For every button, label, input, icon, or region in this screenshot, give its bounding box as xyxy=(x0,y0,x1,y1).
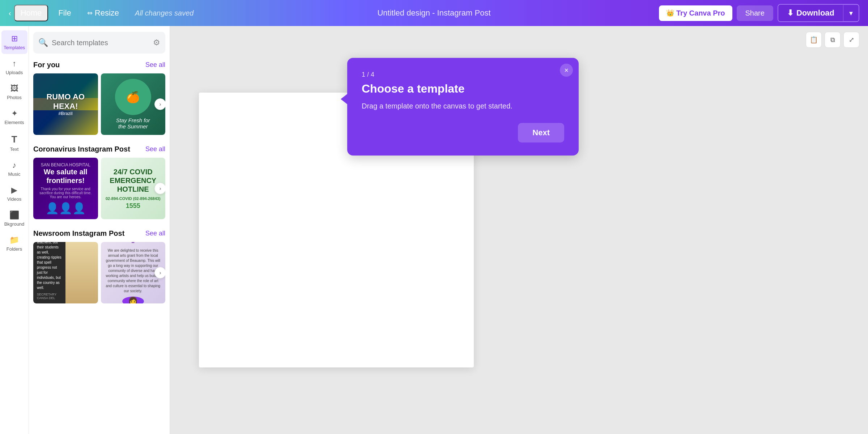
sidebar-item-text[interactable]: T Text xyxy=(1,130,27,156)
expand-icon: ⤢ xyxy=(849,36,854,44)
news1-template[interactable]: " We strongly believe that this program … xyxy=(33,242,98,303)
topnav: ‹ Home File ⇔ Resize All changes saved U… xyxy=(0,0,868,26)
uploads-label: Uploads xyxy=(6,70,23,75)
notes-icon: 📋 xyxy=(810,36,818,44)
download-button-wrap: ⬇ Download ▾ xyxy=(778,4,859,22)
folders-icon: 📁 xyxy=(9,235,19,245)
templates-panel: 🔍 ⚙ For you See all RUMO AO HEXA! #Brazi… xyxy=(29,26,170,434)
sidebar-item-templates[interactable]: ⊞ Templates xyxy=(1,30,27,54)
for-you-row: RUMO AO HEXA! #Brazil 🍊 Stay Fresh for t… xyxy=(33,73,165,135)
topnav-left: ‹ Home File ⇔ Resize All changes saved xyxy=(9,5,659,21)
for-you-header: For you See all xyxy=(33,61,165,69)
sidebar-item-music[interactable]: ♪ Music xyxy=(1,157,27,180)
tooltip-next-button[interactable]: Next xyxy=(518,123,564,142)
share-button[interactable]: Share xyxy=(737,5,773,21)
autosave-status: All changes saved xyxy=(135,9,193,17)
tooltip-body: Drag a template onto the canvas to get s… xyxy=(362,101,564,111)
background-icon: ⬛ xyxy=(9,210,19,220)
expand-button[interactable]: ⤢ xyxy=(843,32,859,48)
news1-thumb: " We strongly believe that this program … xyxy=(33,242,98,303)
templates-label: Templates xyxy=(4,45,25,50)
copy-button[interactable]: ⧉ xyxy=(825,32,841,48)
for-you-see-all[interactable]: See all xyxy=(145,61,165,69)
search-icon: 🔍 xyxy=(38,38,48,47)
folders-label: Folders xyxy=(7,246,22,252)
main-layout: ⊞ Templates ↑ Uploads 🖼 Photos ✦ Element… xyxy=(0,26,868,434)
topnav-right: 👑 Try Canva Pro Share ⬇ Download ▾ xyxy=(659,4,859,22)
chevron-down-icon: ▾ xyxy=(849,9,853,17)
sidebar-item-folders[interactable]: 📁 Folders xyxy=(1,232,27,255)
brazil-thumb: RUMO AO HEXA! #Brazil xyxy=(33,73,98,135)
elements-icon: ✦ xyxy=(11,109,18,118)
sidebar-item-background[interactable]: ⬛ Bkground xyxy=(1,207,27,230)
elements-label: Elements xyxy=(4,120,24,125)
music-icon: ♪ xyxy=(12,161,16,170)
download-label: Download xyxy=(796,8,834,18)
back-arrow-icon[interactable]: ‹ xyxy=(9,9,11,17)
search-input[interactable] xyxy=(52,39,150,47)
sidebar-item-elements[interactable]: ✦ Elements xyxy=(1,105,27,129)
covid1-template[interactable]: SAN BENICIA HOSPITAL We salute all front… xyxy=(33,158,98,219)
newsroom-next-button[interactable]: › xyxy=(154,267,165,278)
coronavirus-row: SAN BENICIA HOSPITAL We salute all front… xyxy=(33,158,165,219)
resize-icon: ⇔ xyxy=(87,9,93,17)
download-button[interactable]: ⬇ Download xyxy=(778,5,843,21)
fruit-text: Stay Fresh for the Summer xyxy=(116,117,150,129)
tooltip-arrow xyxy=(341,94,347,104)
coronavirus-next-button[interactable]: › xyxy=(154,183,165,194)
sidebar-item-uploads[interactable]: ↑ Uploads xyxy=(1,55,27,79)
text-label: Text xyxy=(10,146,19,152)
brazil-text: RUMO AO HEXA! xyxy=(46,92,85,111)
copy-icon: ⧉ xyxy=(830,36,835,44)
coronavirus-see-all[interactable]: See all xyxy=(145,145,165,153)
text-icon: T xyxy=(12,134,17,145)
coronavirus-title: Coronavirus Instagram Post xyxy=(33,145,130,153)
fruit-circle: 🍊 xyxy=(115,79,151,115)
newsroom-row: " We strongly believe that this program … xyxy=(33,242,165,303)
search-bar: 🔍 ⚙ xyxy=(33,32,165,54)
file-label: File xyxy=(58,8,71,17)
resize-button[interactable]: ⇔ Resize xyxy=(81,5,125,21)
tooltip-title: Choose a template xyxy=(362,82,564,95)
try-pro-label: Try Canva Pro xyxy=(676,9,725,17)
home-button[interactable]: Home xyxy=(14,5,48,21)
uploads-icon: ↑ xyxy=(12,59,16,68)
covid1-thumb: SAN BENICIA HOSPITAL We salute all front… xyxy=(33,158,98,219)
for-you-title: For you xyxy=(33,61,60,69)
brazil-template[interactable]: RUMO AO HEXA! #Brazil xyxy=(33,73,98,135)
newsroom-see-all[interactable]: See all xyxy=(145,230,165,237)
background-label: Bkground xyxy=(4,221,25,227)
download-dropdown-button[interactable]: ▾ xyxy=(843,5,859,21)
home-label: Home xyxy=(21,8,42,18)
sidebar-item-videos[interactable]: ▶ Videos xyxy=(1,182,27,205)
for-you-next-button[interactable]: › xyxy=(154,98,165,110)
resize-label: Resize xyxy=(95,8,119,18)
templates-icon: ⊞ xyxy=(11,34,18,43)
sidebar-item-photos[interactable]: 🖼 Photos xyxy=(1,80,27,104)
photos-label: Photos xyxy=(7,95,21,100)
videos-label: Videos xyxy=(7,196,22,202)
download-icon: ⬇ xyxy=(787,8,793,18)
newsroom-title: Newsroom Instagram Post xyxy=(33,229,124,238)
canvas-area: 📋 ⧉ ⤢ × 1 / 4 Choose a template Drag a t… xyxy=(170,26,868,434)
videos-icon: ▶ xyxy=(11,186,17,195)
crown-icon: 👑 xyxy=(666,9,674,17)
photos-icon: 🖼 xyxy=(10,84,18,93)
icon-sidebar: ⊞ Templates ↑ Uploads 🖼 Photos ✦ Element… xyxy=(0,26,29,434)
tooltip-step: 1 / 4 xyxy=(362,71,564,78)
music-label: Music xyxy=(8,171,21,177)
notes-button[interactable]: 📋 xyxy=(806,32,822,48)
filter-icon[interactable]: ⚙ xyxy=(153,38,160,47)
newsroom-header: Newsroom Instagram Post See all xyxy=(33,229,165,238)
design-title: Untitled design - Instagram Post xyxy=(377,8,490,18)
coronavirus-header: Coronavirus Instagram Post See all xyxy=(33,145,165,153)
canvas-toolbar: 📋 ⧉ ⤢ xyxy=(806,32,859,48)
share-label: Share xyxy=(745,9,765,17)
try-canva-pro-button[interactable]: 👑 Try Canva Pro xyxy=(659,5,732,21)
tooltip-popup: × 1 / 4 Choose a template Drag a templat… xyxy=(347,58,579,156)
file-button[interactable]: File xyxy=(51,5,78,21)
